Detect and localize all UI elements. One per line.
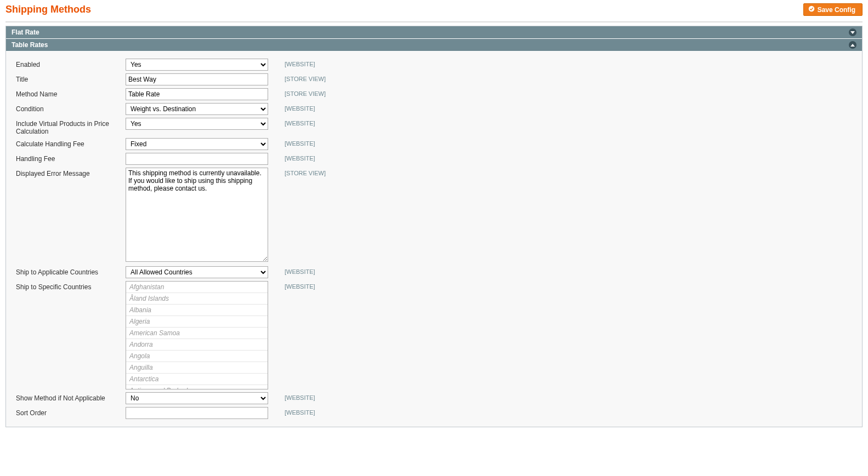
select-show-method[interactable]: YesNo [126, 392, 268, 404]
input-handling-fee[interactable] [126, 153, 268, 165]
svg-point-0 [808, 6, 814, 12]
scope-handling-calc: [WEBSITE] [268, 138, 315, 147]
row-error-message: Displayed Error Message [STORE VIEW] [6, 165, 862, 263]
country-option[interactable]: Andorra [126, 339, 268, 351]
page-header: Shipping Methods Save Config [5, 0, 863, 22]
section-table-rates-title: Table Rates [12, 41, 48, 49]
section-table-rates-header[interactable]: Table Rates [6, 39, 862, 51]
select-condition[interactable]: Weight vs. DestinationPrice vs. Destinat… [126, 103, 268, 115]
input-sort-order[interactable] [126, 407, 268, 419]
chevron-up-icon [849, 41, 856, 49]
scope-enabled: [WEBSITE] [268, 59, 315, 67]
country-option[interactable]: Antigua and Barbuda [126, 385, 268, 389]
scope-title: [STORE VIEW] [268, 73, 326, 82]
country-option[interactable]: Afghanistan [126, 282, 268, 293]
multiselect-ship-specific[interactable]: AfghanistanÅland IslandsAlbaniaAlgeriaAm… [126, 281, 268, 389]
label-show-method: Show Method if Not Applicable [16, 392, 126, 402]
select-handling-calc[interactable]: FixedPercent [126, 138, 268, 150]
config-panel: Flat Rate Table Rates Enabled YesNo [WEB… [5, 26, 863, 427]
scope-ship-applicable: [WEBSITE] [268, 266, 315, 275]
select-ship-applicable[interactable]: All Allowed CountriesSpecific Countries [126, 266, 268, 278]
country-option[interactable]: Anguilla [126, 362, 268, 374]
label-include-virtual: Include Virtual Products in Price Calcul… [16, 118, 126, 135]
row-ship-specific: Ship to Specific Countries AfghanistanÅl… [6, 278, 862, 389]
section-flat-rate-header[interactable]: Flat Rate [6, 26, 862, 39]
row-condition: Condition Weight vs. DestinationPrice vs… [6, 100, 862, 115]
country-option[interactable]: Algeria [126, 316, 268, 328]
country-option[interactable]: American Samoa [126, 328, 268, 339]
scope-error-message: [STORE VIEW] [268, 168, 326, 176]
row-handling-calc: Calculate Handling Fee FixedPercent [WEB… [6, 135, 862, 150]
scope-method-name: [STORE VIEW] [268, 88, 326, 97]
row-title: Title [STORE VIEW] [6, 71, 862, 85]
row-ship-applicable: Ship to Applicable Countries All Allowed… [6, 263, 862, 278]
check-icon [808, 5, 815, 14]
chevron-down-icon [849, 28, 856, 36]
input-method-name[interactable] [126, 88, 268, 100]
label-enabled: Enabled [16, 59, 126, 68]
row-enabled: Enabled YesNo [WEBSITE] [6, 56, 862, 71]
label-ship-specific: Ship to Specific Countries [16, 281, 126, 291]
scope-sort-order: [WEBSITE] [268, 407, 315, 416]
country-option[interactable]: Albania [126, 305, 268, 316]
select-include-virtual[interactable]: YesNo [126, 118, 268, 130]
select-enabled[interactable]: YesNo [126, 59, 268, 71]
scope-include-virtual: [WEBSITE] [268, 118, 315, 127]
country-option[interactable]: Åland Islands [126, 293, 268, 305]
page-title: Shipping Methods [5, 4, 91, 15]
section-table-rates-body: Enabled YesNo [WEBSITE] Title [STORE VIE… [6, 51, 862, 419]
section-flat-rate-title: Flat Rate [12, 28, 39, 36]
label-condition: Condition [16, 103, 126, 113]
label-sort-order: Sort Order [16, 407, 126, 417]
row-show-method: Show Method if Not Applicable YesNo [WEB… [6, 389, 862, 404]
save-config-label: Save Config [818, 6, 855, 14]
label-title: Title [16, 73, 126, 83]
row-method-name: Method Name [STORE VIEW] [6, 85, 862, 100]
scope-handling-fee: [WEBSITE] [268, 153, 315, 162]
input-title[interactable] [126, 73, 268, 85]
row-sort-order: Sort Order [WEBSITE] [6, 404, 862, 419]
row-include-virtual: Include Virtual Products in Price Calcul… [6, 115, 862, 135]
label-method-name: Method Name [16, 88, 126, 98]
save-config-button[interactable]: Save Config [803, 3, 863, 16]
country-option[interactable]: Antarctica [126, 374, 268, 385]
label-handling-calc: Calculate Handling Fee [16, 138, 126, 148]
label-ship-applicable: Ship to Applicable Countries [16, 266, 126, 276]
scope-ship-specific: [WEBSITE] [268, 281, 315, 290]
row-handling-fee: Handling Fee [WEBSITE] [6, 150, 862, 165]
label-error-message: Displayed Error Message [16, 168, 126, 177]
label-handling-fee: Handling Fee [16, 153, 126, 163]
scope-condition: [WEBSITE] [268, 103, 315, 112]
textarea-error-message[interactable] [126, 168, 268, 262]
scope-show-method: [WEBSITE] [268, 392, 315, 401]
country-option[interactable]: Angola [126, 351, 268, 362]
